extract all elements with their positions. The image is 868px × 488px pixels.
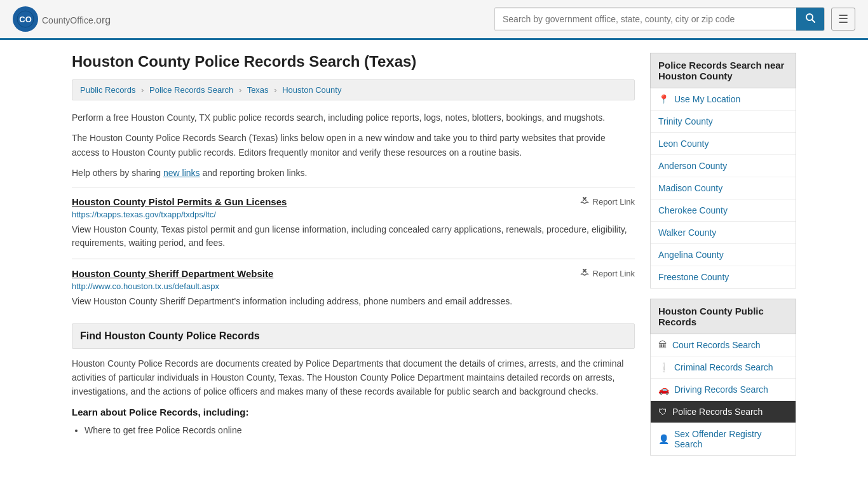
nearby-use-my-location[interactable]: 📍 Use My Location	[651, 88, 796, 111]
public-records-police[interactable]: 🛡 Police Records Search	[651, 401, 796, 423]
logo-area: CO CountyOffice.org	[13, 6, 111, 32]
learn-item-1: Where to get free Police Records online	[85, 423, 635, 438]
court-icon: 🏛	[658, 340, 667, 350]
report-link-2[interactable]: Report Link	[580, 268, 635, 278]
public-records-list: 🏛 Court Records Search ❕ Criminal Record…	[650, 334, 796, 456]
person-icon: 👤	[658, 434, 669, 444]
nearby-madison-county[interactable]: Madison County	[651, 177, 796, 200]
breadcrumb-texas[interactable]: Texas	[247, 85, 269, 95]
shield-icon: 🛡	[658, 407, 667, 417]
nearby-leon-county[interactable]: Leon County	[651, 133, 796, 155]
search-input[interactable]	[495, 9, 796, 29]
record-title-1[interactable]: Houston County Pistol Permits & Gun Lice…	[72, 196, 287, 207]
search-bar	[494, 7, 825, 31]
sidebar: Police Records Search near Houston Count…	[650, 53, 796, 466]
public-records-section: Houston County Public Records 🏛 Court Re…	[650, 299, 796, 456]
svg-line-3	[812, 20, 815, 22]
find-section-title: Find Houston County Police Records	[80, 330, 627, 342]
nearby-list: 📍 Use My Location Trinity County Leon Co…	[650, 88, 796, 288]
site-header: CO CountyOffice.org ☰	[0, 0, 868, 40]
page-title: Houston County Police Records Search (Te…	[72, 53, 635, 71]
find-section-body: Houston County Police Records are docume…	[72, 356, 635, 399]
hamburger-button[interactable]: ☰	[831, 8, 855, 30]
nearby-freestone-county[interactable]: Freestone County	[651, 266, 796, 288]
content-area: Houston County Police Records Search (Te…	[72, 53, 635, 466]
nearby-link-cherokee[interactable]: Cherokee County	[658, 205, 728, 215]
intro-description: Perform a free Houston County, TX public…	[72, 111, 635, 180]
nearby-title: Police Records Search near Houston Count…	[650, 53, 796, 88]
public-records-court[interactable]: 🏛 Court Records Search	[651, 334, 796, 356]
exclaim-icon: ❕	[658, 362, 669, 372]
breadcrumb: Public Records › Police Records Search ›…	[72, 79, 635, 100]
public-records-title: Houston County Public Records	[650, 299, 796, 334]
nearby-link-anderson[interactable]: Anderson County	[658, 161, 727, 171]
logo-name: CountyOffice	[42, 15, 93, 25]
nearby-anderson-county[interactable]: Anderson County	[651, 155, 796, 177]
logo-icon: CO	[13, 6, 38, 32]
desc-para-1: Perform a free Houston County, TX public…	[72, 111, 635, 125]
report-link-1[interactable]: Report Link	[580, 196, 635, 207]
record-desc-2: View Houston County Sheriff Department's…	[72, 295, 635, 308]
desc-para-3: Help others by sharing new links and rep…	[72, 166, 635, 180]
find-section-header: Find Houston County Police Records	[72, 323, 635, 349]
learn-list: Where to get free Police Records online	[85, 423, 635, 438]
nearby-walker-county[interactable]: Walker County	[651, 222, 796, 244]
svg-text:CO: CO	[19, 15, 32, 24]
car-icon: 🚗	[658, 384, 669, 395]
nearby-link-angelina[interactable]: Angelina County	[658, 250, 724, 260]
public-records-criminal[interactable]: ❕ Criminal Records Search	[651, 356, 796, 379]
breadcrumb-police-records-search[interactable]: Police Records Search	[149, 85, 233, 95]
nearby-link-madison[interactable]: Madison County	[658, 183, 722, 193]
nearby-link-trinity[interactable]: Trinity County	[658, 116, 713, 126]
nearby-link-leon[interactable]: Leon County	[658, 139, 709, 149]
breadcrumb-public-records[interactable]: Public Records	[80, 85, 135, 95]
learn-heading: Learn about Police Records, including:	[72, 407, 635, 417]
record-url-2: http://www.co.houston.tx.us/default.aspx	[72, 281, 635, 291]
search-button[interactable]	[796, 8, 824, 30]
sex-offender-link[interactable]: Sex Offender Registry Search	[674, 429, 788, 449]
header-right: ☰	[494, 7, 855, 31]
main-container: Houston County Police Records Search (Te…	[59, 40, 809, 478]
desc-para-2: The Houston County Police Records Search…	[72, 131, 635, 159]
nearby-link-freestone[interactable]: Freestone County	[658, 272, 729, 282]
location-icon: 📍	[658, 94, 669, 104]
logo-text: CountyOffice.org	[42, 12, 111, 27]
breadcrumb-houston-county[interactable]: Houston County	[282, 85, 341, 95]
record-desc-1: View Houston County, Texas pistol permit…	[72, 223, 635, 250]
record-url-1: https://txapps.texas.gov/txapp/txdps/ltc…	[72, 210, 635, 219]
public-records-driving[interactable]: 🚗 Driving Records Search	[651, 379, 796, 401]
nearby-link-walker[interactable]: Walker County	[658, 227, 716, 238]
new-links-link[interactable]: new links	[163, 168, 200, 178]
record-item-2: Houston County Sheriff Department Websit…	[72, 259, 635, 317]
nearby-angelina-county[interactable]: Angelina County	[651, 244, 796, 266]
nearby-cherokee-county[interactable]: Cherokee County	[651, 200, 796, 222]
nearby-section: Police Records Search near Houston Count…	[650, 53, 796, 288]
logo-suffix: .org	[93, 15, 111, 25]
nearby-trinity-county[interactable]: Trinity County	[651, 111, 796, 133]
find-section: Find Houston County Police Records Houst…	[72, 323, 635, 438]
police-records-link[interactable]: Police Records Search	[672, 407, 763, 417]
record-title-2[interactable]: Houston County Sheriff Department Websit…	[72, 268, 273, 279]
record-item-1: Houston County Pistol Permits & Gun Lice…	[72, 187, 635, 259]
court-records-link[interactable]: Court Records Search	[672, 340, 761, 350]
driving-records-link[interactable]: Driving Records Search	[674, 384, 768, 395]
nearby-link-use-location[interactable]: Use My Location	[674, 94, 740, 104]
criminal-records-link[interactable]: Criminal Records Search	[674, 362, 773, 372]
public-records-sex-offender[interactable]: 👤 Sex Offender Registry Search	[651, 423, 796, 455]
